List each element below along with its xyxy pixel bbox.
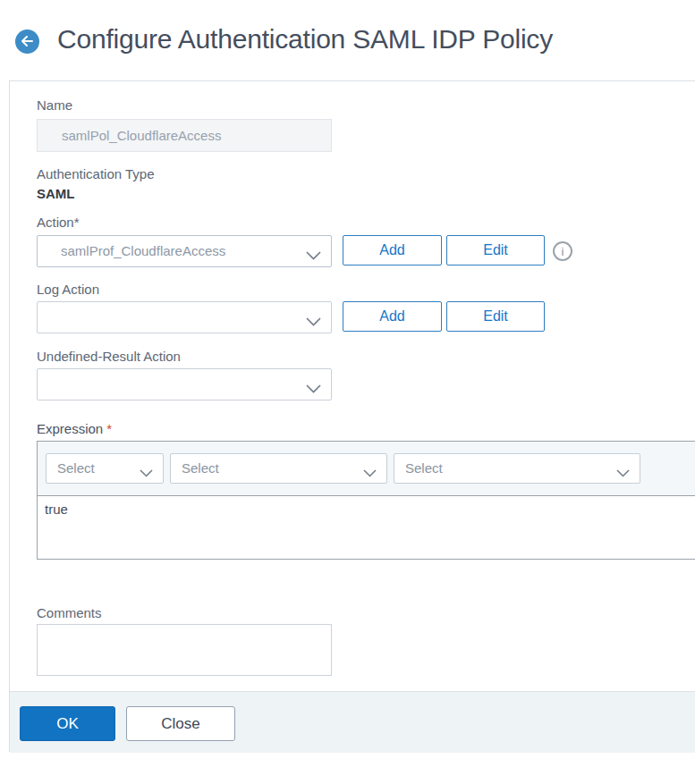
name-field: samlPol_CloudflareAccess xyxy=(37,119,332,152)
chevron-down-icon xyxy=(616,465,630,481)
back-button[interactable] xyxy=(15,30,39,54)
action-select-value: samlProf_CloudflareAccess xyxy=(38,236,331,266)
arrow-left-icon xyxy=(21,34,34,50)
expression-builder: Select Select Select true xyxy=(37,441,695,560)
chevron-down-icon xyxy=(306,381,321,397)
expression-toolbar: Select Select Select xyxy=(38,442,695,496)
page-title: Configure Authentication SAML IDP Policy xyxy=(57,24,553,55)
comments-input[interactable] xyxy=(38,625,331,675)
footer-bar: OK Close xyxy=(10,691,695,753)
chevron-down-icon xyxy=(306,248,321,264)
undefined-result-action-select[interactable] xyxy=(37,368,332,400)
action-add-button[interactable]: Add xyxy=(343,235,442,266)
log-action-edit-button[interactable]: Edit xyxy=(446,301,545,332)
comments-field-wrap xyxy=(37,624,332,676)
info-icon[interactable]: i xyxy=(553,241,572,261)
ok-button[interactable]: OK xyxy=(20,706,115,741)
name-label: Name xyxy=(37,97,72,113)
log-action-add-button[interactable]: Add xyxy=(343,301,442,332)
action-select[interactable]: samlProf_CloudflareAccess xyxy=(37,235,332,267)
chevron-down-icon xyxy=(363,465,377,481)
form-panel: Name samlPol_CloudflareAccess Authentica… xyxy=(9,80,695,752)
undefined-result-action-label: Undefined-Result Action xyxy=(37,349,181,364)
expression-operand-select-2[interactable]: Select xyxy=(170,453,387,484)
comments-label: Comments xyxy=(37,605,102,620)
action-edit-button[interactable]: Edit xyxy=(446,235,545,266)
expression-operand-select-3-value: Select xyxy=(394,454,640,483)
close-button[interactable]: Close xyxy=(126,706,235,741)
chevron-down-icon xyxy=(306,314,321,330)
authentication-type-value: SAML xyxy=(37,186,75,201)
expression-operand-select-3[interactable]: Select xyxy=(394,453,640,484)
authentication-type-label: Authentication Type xyxy=(37,166,154,181)
name-field-value: samlPol_CloudflareAccess xyxy=(38,120,331,151)
expression-operand-select-2-value: Select xyxy=(171,454,386,483)
expression-operand-select-1[interactable]: Select xyxy=(46,453,164,484)
expression-label: Expression* xyxy=(37,421,112,436)
chevron-down-icon xyxy=(140,465,153,481)
required-asterisk: * xyxy=(106,421,112,436)
log-action-select[interactable] xyxy=(37,301,332,333)
log-action-label: Log Action xyxy=(37,282,99,297)
expression-input[interactable]: true xyxy=(38,496,695,559)
expression-label-text: Expression xyxy=(37,421,103,436)
action-label: Action* xyxy=(37,215,80,230)
